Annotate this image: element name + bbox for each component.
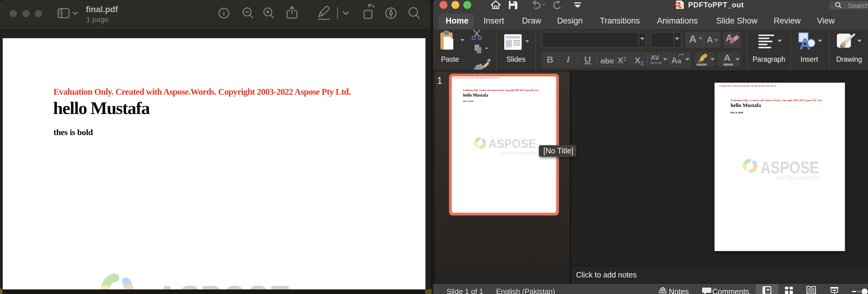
svg-text:A: A	[799, 35, 811, 51]
